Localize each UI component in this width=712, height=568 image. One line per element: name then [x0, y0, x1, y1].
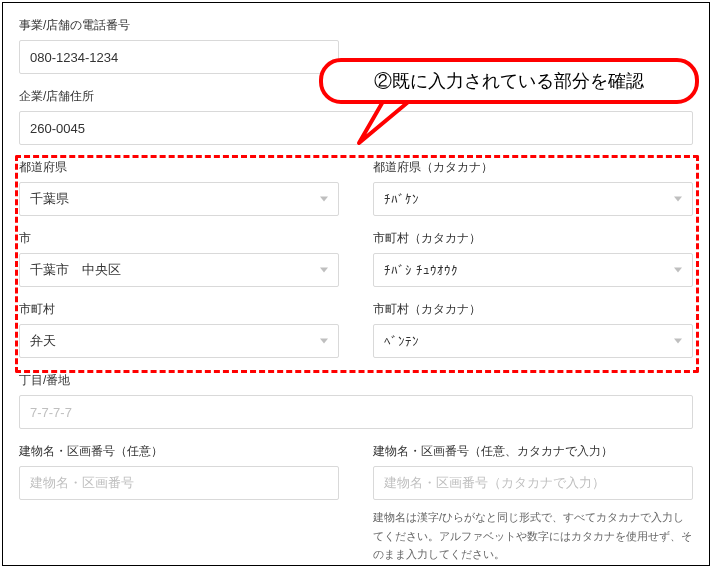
building-input[interactable]: 建物名・区画番号	[19, 466, 339, 500]
block-label: 丁目/番地	[19, 372, 693, 389]
building-label: 建物名・区画番号（任意）	[19, 443, 339, 460]
city-kana-value: ﾁﾊﾞｼ ﾁｭｳｵｳｸ	[384, 263, 458, 278]
building-kana-hint: 建物名は漢字/ひらがなと同じ形式で、すべてカタカナで入力してください。アルファベ…	[373, 508, 693, 564]
building-kana-label: 建物名・区画番号（任意、カタカナで入力）	[373, 443, 693, 460]
callout-tail-icon	[355, 95, 415, 155]
chevron-down-icon	[320, 339, 328, 344]
prefecture-kana-label: 都道府県（カタカナ）	[373, 159, 693, 176]
city-select[interactable]: 千葉市 中央区	[19, 253, 339, 287]
city-kana-label: 市町村（カタカナ）	[373, 230, 693, 247]
building-placeholder: 建物名・区画番号	[30, 474, 134, 492]
chevron-down-icon	[320, 268, 328, 273]
svg-marker-0	[359, 98, 413, 143]
chevron-down-icon	[320, 197, 328, 202]
town-label: 市町村	[19, 301, 339, 318]
building-kana-placeholder: 建物名・区画番号（カタカナで入力）	[384, 474, 605, 492]
prefecture-kana-value: ﾁﾊﾞｹﾝ	[384, 192, 419, 207]
prefecture-select[interactable]: 千葉県	[19, 182, 339, 216]
prefecture-value: 千葉県	[30, 190, 69, 208]
city-kana-select[interactable]: ﾁﾊﾞｼ ﾁｭｳｵｳｸ	[373, 253, 693, 287]
town-kana-label: 市町村（カタカナ）	[373, 301, 693, 318]
town-value: 弁天	[30, 332, 56, 350]
town-kana-select[interactable]: ﾍﾞﾝﾃﾝ	[373, 324, 693, 358]
block-input[interactable]: 7-7-7-7	[19, 395, 693, 429]
phone-input[interactable]: 080-1234-1234	[19, 40, 339, 74]
address-value: 260-0045	[30, 121, 85, 136]
chevron-down-icon	[674, 339, 682, 344]
phone-value: 080-1234-1234	[30, 50, 118, 65]
city-value: 千葉市 中央区	[30, 261, 121, 279]
town-kana-value: ﾍﾞﾝﾃﾝ	[384, 334, 419, 349]
city-label: 市	[19, 230, 339, 247]
callout-text: ②既に入力されている部分を確認	[374, 69, 644, 93]
prefecture-label: 都道府県	[19, 159, 339, 176]
chevron-down-icon	[674, 197, 682, 202]
phone-label: 事業/店舗の電話番号	[19, 17, 693, 34]
building-kana-input[interactable]: 建物名・区画番号（カタカナで入力）	[373, 466, 693, 500]
chevron-down-icon	[674, 268, 682, 273]
callout-bubble: ②既に入力されている部分を確認	[319, 58, 699, 104]
prefecture-kana-select[interactable]: ﾁﾊﾞｹﾝ	[373, 182, 693, 216]
block-placeholder: 7-7-7-7	[30, 405, 72, 420]
town-select[interactable]: 弁天	[19, 324, 339, 358]
